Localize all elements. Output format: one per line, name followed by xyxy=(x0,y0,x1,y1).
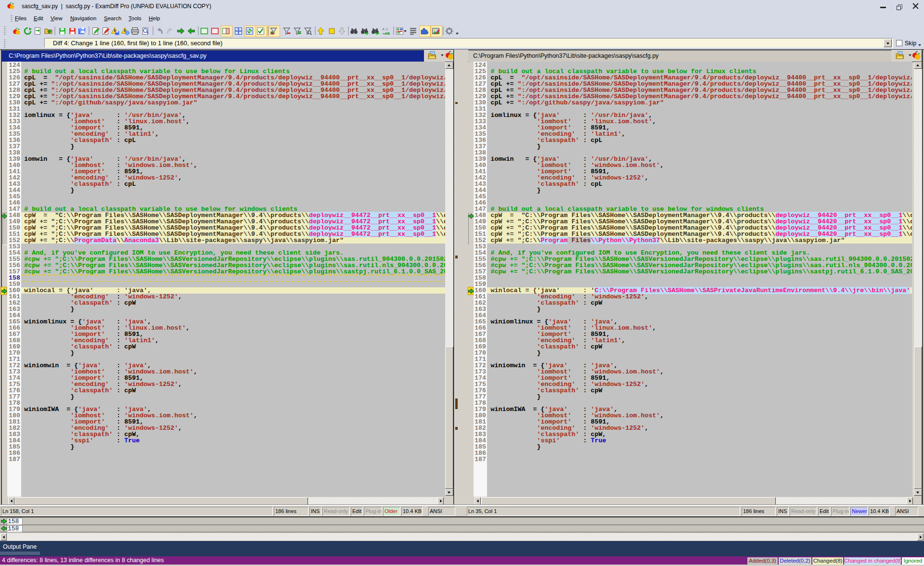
svg-text:AB: AB xyxy=(385,31,390,35)
